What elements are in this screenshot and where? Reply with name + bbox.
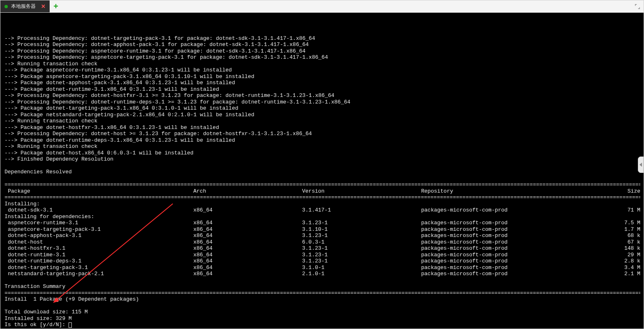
terminal-line: Installing for dependencies:: [5, 214, 640, 220]
terminal-line: Install 1 Package (+9 Dependent packages…: [5, 296, 640, 303]
close-tab-icon[interactable]: ✕: [41, 3, 46, 9]
terminal-line: ---> Package dotnet-apphost-pack-3.1.x86…: [5, 80, 640, 86]
terminal-line: [5, 175, 640, 182]
terminal-line: ---> Package dotnet-host.x86_64 0:6.0.3-…: [5, 150, 640, 156]
cursor-icon: [69, 322, 72, 328]
fullscreen-icon[interactable]: [635, 4, 640, 9]
terminal-divider: ========================================…: [5, 182, 640, 188]
terminal-line: --> Processing Dependency: aspnetcore-ta…: [5, 54, 640, 61]
terminal-line: --> Running transaction check: [5, 118, 640, 124]
terminal-line: Installing:: [5, 201, 640, 207]
package-row: dotnet-sdk-3.1x86_643.1.417-1packages-mi…: [5, 207, 640, 214]
terminal-line: ---> Package dotnet-runtime-3.1.x86_64 0…: [5, 86, 640, 93]
terminal-line: --> Finished Dependency Resolution: [5, 156, 640, 163]
terminal-line: Dependencies Resolved: [5, 169, 640, 175]
tab-bar: 本地服务器 ✕ +: [0, 0, 644, 13]
package-row: netstandard-targeting-pack-2.1x86_642.1.…: [5, 271, 640, 277]
terminal-divider: ========================================…: [5, 194, 640, 201]
terminal-line: --> Running transaction check: [5, 61, 640, 67]
terminal-line: [5, 303, 640, 309]
tab-title: 本地服务器: [11, 3, 37, 10]
terminal-line: Transaction Summary: [5, 283, 640, 290]
terminal-line: Installed size: 329 M: [5, 315, 640, 322]
package-row: dotnet-hostx86_646.0.3-1packages-microso…: [5, 239, 640, 246]
terminal-line: [5, 163, 640, 169]
terminal-line: ---> Package aspnetcore-runtime-3.1.x86_…: [5, 67, 640, 74]
package-row: dotnet-runtime-deps-3.1x86_643.1.23-1pac…: [5, 258, 640, 265]
connection-status-dot-icon: [5, 5, 8, 8]
package-row: dotnet-runtime-3.1x86_643.1.23-1packages…: [5, 252, 640, 258]
terminal-line: [5, 277, 640, 284]
terminal-line: ---> Package aspnetcore-targeting-pack-3…: [5, 74, 640, 80]
terminal-output[interactable]: --> Processing Dependency: dotnet-target…: [0, 13, 644, 329]
table-header-row: PackageArchVersionRepositorySize: [5, 188, 640, 195]
terminal-line: Total download size: 115 M: [5, 309, 640, 315]
terminal-tab[interactable]: 本地服务器 ✕: [0, 0, 50, 12]
terminal-line: ---> Package netstandard-targeting-pack-…: [5, 112, 640, 118]
terminal-prompt[interactable]: Is this ok [y/d/N]:: [5, 322, 640, 328]
package-row: dotnet-hostfxr-3.1x86_643.1.23-1packages…: [5, 245, 640, 252]
terminal-line: --> Processing Dependency: aspnetcore-ru…: [5, 48, 640, 55]
terminal-line: --> Processing Dependency: dotnet-runtim…: [5, 99, 640, 106]
terminal-line: --> Running transaction check: [5, 143, 640, 150]
terminal-divider: ========================================…: [5, 290, 640, 297]
package-row: dotnet-apphost-pack-3.1x86_643.1.23-1pac…: [5, 232, 640, 239]
terminal-line: ---> Package dotnet-targeting-pack-3.1.x…: [5, 105, 640, 112]
package-row: aspnetcore-runtime-3.1x86_643.1.23-1pack…: [5, 220, 640, 226]
terminal-line: --> Processing Dependency: dotnet-target…: [5, 35, 640, 42]
package-row: dotnet-targeting-pack-3.1x86_643.1.0-1pa…: [5, 265, 640, 271]
sidebar-expand-handle[interactable]: [638, 156, 644, 173]
package-row: aspnetcore-targeting-pack-3.1x86_643.1.1…: [5, 226, 640, 233]
terminal-line: ---> Package dotnet-hostfxr-3.1.x86_64 0…: [5, 124, 640, 131]
terminal-line: --> Processing Dependency: dotnet-hostfx…: [5, 92, 640, 99]
terminal-line: ---> Package dotnet-runtime-deps-3.1.x86…: [5, 137, 640, 144]
add-tab-button[interactable]: +: [50, 0, 62, 12]
terminal-line: --> Processing Dependency: dotnet-apphos…: [5, 41, 640, 48]
terminal-line: --> Processing Dependency: dotnet-host >…: [5, 131, 640, 137]
